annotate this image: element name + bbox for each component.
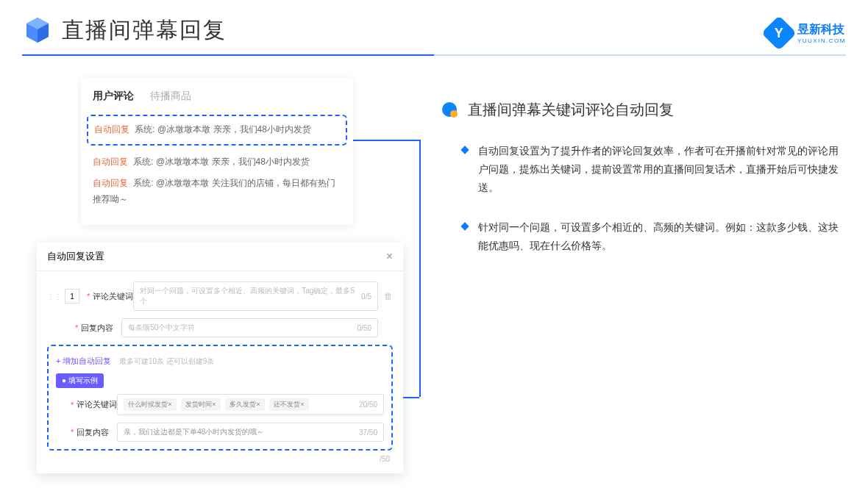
brand-icon: Y — [761, 15, 797, 51]
connector-h1 — [353, 140, 419, 141]
modal-title: 自动回复设置 — [47, 250, 104, 263]
comment-text-1: 系统: @冰墩墩本墩 亲亲，我们48小时内发货 — [135, 124, 311, 134]
keyword-tag[interactable]: 多久发货× — [225, 398, 264, 411]
keyword-tag[interactable]: 还不发货× — [269, 398, 308, 411]
diamond-icon — [460, 222, 469, 230]
close-icon[interactable]: × — [386, 250, 393, 263]
required-dot: * — [87, 292, 90, 301]
ex-reply-input[interactable]: 亲，我们这边都是下单48小时内发货的哦～ 37/50 — [117, 423, 384, 442]
highlighted-comment: 自动回复 系统: @冰墩墩本墩 亲亲，我们48小时内发货 — [87, 115, 347, 146]
bullet-2: 针对同一个问题，可设置多个相近的、高频的关键词。例如：这款多少钱、这块能优惠吗、… — [441, 218, 846, 255]
brand-logo: Y 昱新科技 YUUXIN.COM — [766, 21, 846, 46]
keyword-label: 评论关键词 — [93, 291, 133, 302]
bullet-text-1: 自动回复设置为了提升作者的评论回复效率，作者可在开播前针对常见的评论用户问题，提… — [478, 142, 846, 198]
ex-reply-label: 回复内容 — [77, 427, 117, 438]
drag-handle-icon[interactable]: ⋮⋮ — [47, 293, 62, 301]
brand-name: 昱新科技 — [797, 22, 846, 37]
brand-sub: YUUXIN.COM — [797, 37, 846, 44]
footer-count: /50 — [47, 451, 393, 463]
comments-panel: 用户评论 待播商品 自动回复 系统: @冰墩墩本墩 亲亲，我们48小时内发货 自… — [81, 78, 353, 225]
auto-reply-tag: 自动回复 — [94, 124, 129, 134]
diamond-icon — [460, 146, 469, 154]
ex-keyword-input[interactable]: 什么时候发货× 发货时间× 多久发货× 还不发货× 20/50 — [117, 394, 384, 415]
reply-input[interactable]: 每条限50个中文字符 0/50 — [121, 318, 378, 337]
bullet-text-2: 针对同一个问题，可设置多个相近的、高频的关键词。例如：这款多少钱、这块能优惠吗、… — [478, 218, 846, 255]
comment-text-3: 系统: @冰墩墩本墩 关注我们的店铺，每日都有热门推荐呦～ — [93, 178, 335, 204]
tab-pending-goods[interactable]: 待播商品 — [150, 90, 191, 103]
example-badge: ● 填写示例 — [56, 373, 104, 388]
svg-point-4 — [450, 110, 458, 118]
reply-label: 回复内容 — [81, 323, 121, 334]
index-box: 1 — [65, 289, 79, 304]
tab-user-comments[interactable]: 用户评论 — [93, 90, 134, 103]
connector-v — [419, 140, 421, 397]
keyword-input[interactable]: 对同一个问题，可设置多个相近、高频的关键词，Tag确定，最多5个 0/5 — [133, 281, 378, 311]
add-auto-reply-link[interactable]: + 增加自动回复 — [56, 356, 111, 365]
auto-reply-tag: 自动回复 — [93, 178, 128, 188]
add-note: 最多可建10条 还可以创建9条 — [119, 357, 214, 365]
connector-h2 — [403, 397, 419, 398]
ex-keyword-label: 评论关键词 — [77, 399, 117, 410]
keyword-tag[interactable]: 发货时间× — [181, 398, 220, 411]
auto-reply-tag: 自动回复 — [93, 157, 128, 167]
bullet-1: 自动回复设置为了提升作者的评论回复效率，作者可在开播前针对常见的评论用户问题，提… — [441, 142, 846, 198]
cube-icon — [22, 15, 53, 46]
example-zone: + 增加自动回复 最多可建10条 还可以创建9条 ● 填写示例 * 评论关键词 … — [47, 345, 393, 451]
delete-icon[interactable]: 🗑 — [384, 291, 393, 301]
keyword-tag[interactable]: 什么时候发货× — [124, 398, 176, 411]
section-title: 直播间弹幕关键词评论自动回复 — [468, 100, 674, 120]
auto-reply-settings-modal: 自动回复设置 × ⋮⋮ 1 * 评论关键词 对同一个问题，可设置多个相近、高频的… — [37, 243, 403, 473]
section-icon — [441, 101, 459, 119]
comment-text-2: 系统: @冰墩墩本墩 亲亲，我们48小时内发货 — [133, 157, 310, 167]
required-dot: * — [75, 323, 78, 332]
page-title: 直播间弹幕回复 — [62, 15, 227, 46]
